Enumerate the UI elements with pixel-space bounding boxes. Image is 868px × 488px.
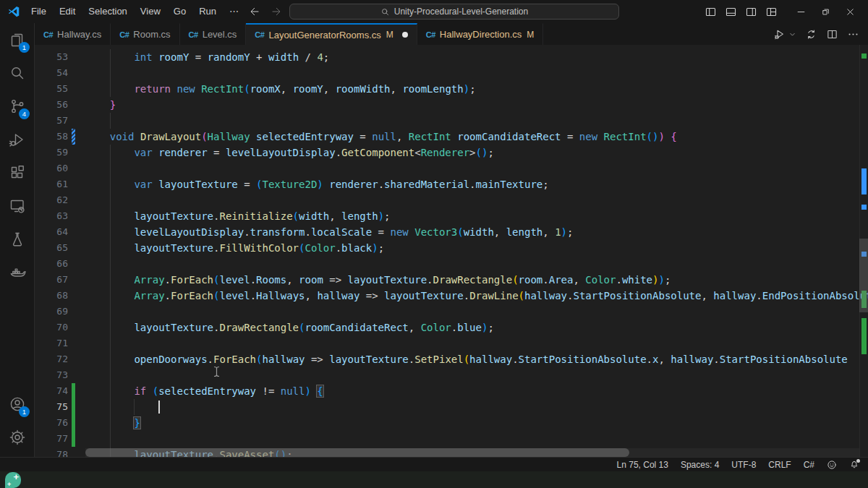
line-number[interactable]: 73 [35,367,68,383]
line-number[interactable]: 61 [35,176,68,192]
menu-item-selection[interactable]: Selection [82,4,133,20]
open-changes-icon[interactable] [805,28,817,40]
git-gutter-added[interactable] [72,431,75,447]
command-center-search[interactable]: Unity-Procedural-Level-Generation [289,4,619,20]
toggle-panel-icon[interactable] [720,0,741,23]
run-debug-icon [9,131,26,148]
menu-item-edit[interactable]: Edit [53,4,82,20]
tab-label: HallwayDirection.cs [440,29,522,40]
activity-run-debug[interactable] [0,123,34,156]
line-number[interactable]: 59 [35,145,68,160]
layout-controls [700,0,781,23]
code-line-68[interactable]: Array.ForEach(level.Hallways, hallway =>… [85,288,868,304]
leaf-plus-icon[interactable]: ++ [5,472,21,488]
go-back-icon[interactable] [249,6,260,17]
tab-room-cs[interactable]: C#Room.cs [111,23,179,45]
maximize-icon[interactable] [813,0,838,23]
code-line-70[interactable]: layoutTexture.DrawRectangle(roomCandidat… [85,320,494,335]
code-line-65[interactable]: layoutTexture.FillWithColor(Color.black)… [85,240,384,256]
code-line-59[interactable]: var renderer = levelLayoutDisplay.GetCom… [85,145,494,160]
line-number[interactable]: 55 [35,81,68,97]
code-line-55[interactable]: return new RectInt(roomX, roomY, roomWid… [85,81,476,97]
line-number[interactable]: 63 [35,208,68,224]
activity-accounts[interactable]: 1 [0,388,34,421]
line-number[interactable]: 78 [35,447,68,457]
status-notifications[interactable] [849,460,859,470]
tab-level-cs[interactable]: C#Level.cs [180,23,247,45]
git-gutter-added[interactable] [72,399,75,415]
code-line-56[interactable]: } [85,97,116,113]
line-number[interactable]: 68 [35,288,68,304]
status-eol-sequence[interactable]: CRLF [768,460,791,470]
customize-layout-icon[interactable] [761,0,781,23]
line-number[interactable]: 74 [35,383,68,399]
toggle-secondary-sidebar-icon[interactable] [741,0,761,23]
tab-hallway-cs[interactable]: C#Hallway.cs [35,23,111,45]
line-number[interactable]: 67 [35,272,68,288]
menu-item-more[interactable]: ⋯ [223,4,245,20]
line-number[interactable]: 66 [35,256,68,272]
activity-extensions[interactable] [0,156,34,189]
git-gutter-added[interactable] [72,415,75,431]
line-number[interactable]: 58 [35,129,68,145]
activity-search[interactable] [0,56,34,90]
code-line-61[interactable]: var layoutTexture = (Texture2D) renderer… [85,176,549,192]
close-icon[interactable] [838,0,862,23]
vertical-scrollbar-thumb[interactable] [859,239,868,312]
activity-remote-explorer[interactable] [0,189,34,223]
menu-item-run[interactable]: Run [192,4,223,20]
line-number[interactable]: 75 [35,399,68,415]
chevron-down-icon[interactable] [788,30,796,38]
split-editor-icon[interactable] [826,28,838,40]
code-line-53[interactable]: int roomY = randomY + width / 4; [85,49,329,65]
more-actions-icon[interactable] [847,28,859,40]
git-gutter-modified[interactable] [72,129,75,145]
line-number[interactable]: 69 [35,304,68,320]
code-line-63[interactable]: layoutTexture.Reinitialize(width, length… [85,208,391,224]
code-line-67[interactable]: Array.ForEach(level.Rooms, room => layou… [85,272,671,288]
status-language-mode[interactable]: C# [804,460,814,470]
activity-explorer[interactable]: 1 [0,23,34,56]
git-gutter-added[interactable] [72,383,75,399]
code-editor[interactable]: 53 int roomY = randomY + width / 4;5455 … [35,45,868,457]
line-number[interactable]: 53 [35,49,68,65]
toggle-sidebar-icon[interactable] [700,0,720,23]
line-number[interactable]: 56 [35,97,68,113]
code-line-72[interactable]: openDoorways.ForEach(hallway => layoutTe… [85,351,848,367]
menu-item-go[interactable]: Go [167,4,192,20]
code-line-76[interactable]: } [85,415,140,431]
tab-hallwaydirection-cs[interactable]: C#HallwayDirection.csM [417,23,543,45]
unsaved-dot-icon[interactable] [402,32,408,38]
menu-item-file[interactable]: File [25,4,53,20]
run-or-debug-icon[interactable] [774,28,786,40]
horizontal-scrollbar-thumb[interactable] [85,448,629,457]
menu-item-view[interactable]: View [134,4,167,20]
code-line-58[interactable]: void DrawLayout(Hallway selectedEntryway… [85,129,677,145]
git-modified-badge: M [527,30,534,40]
csharp-file-icon: C# [255,30,264,39]
line-number[interactable]: 60 [35,160,68,176]
line-number[interactable]: 70 [35,320,68,335]
line-number[interactable]: 76 [35,415,68,431]
activity-settings[interactable] [0,421,34,454]
activity-source-control[interactable]: 4 [0,90,34,123]
line-number[interactable]: 57 [35,113,68,129]
line-number[interactable]: 64 [35,224,68,240]
minimize-icon[interactable] [788,0,813,23]
status-indentation[interactable]: Spaces: 4 [681,460,719,470]
line-number[interactable]: 54 [35,65,68,81]
code-line-64[interactable]: levelLayoutDisplay.transform.localScale … [85,224,573,240]
activity-docker[interactable] [0,256,34,289]
line-number[interactable]: 71 [35,335,68,351]
status-cursor-position[interactable]: Ln 75, Col 13 [617,460,668,470]
line-number[interactable]: 65 [35,240,68,256]
line-number[interactable]: 77 [35,431,68,447]
activity-testing[interactable] [0,223,34,256]
status-encoding[interactable]: UTF-8 [731,460,756,470]
status-feedback[interactable] [827,460,837,470]
tab-layoutgeneratorrooms-cs[interactable]: C#LayoutGeneratorRooms.csM [246,23,417,45]
go-forward-icon[interactable] [271,6,282,17]
line-number[interactable]: 62 [35,192,68,208]
line-number[interactable]: 72 [35,351,68,367]
code-line-74[interactable]: if (selectedEntryway != null) { [85,383,323,399]
